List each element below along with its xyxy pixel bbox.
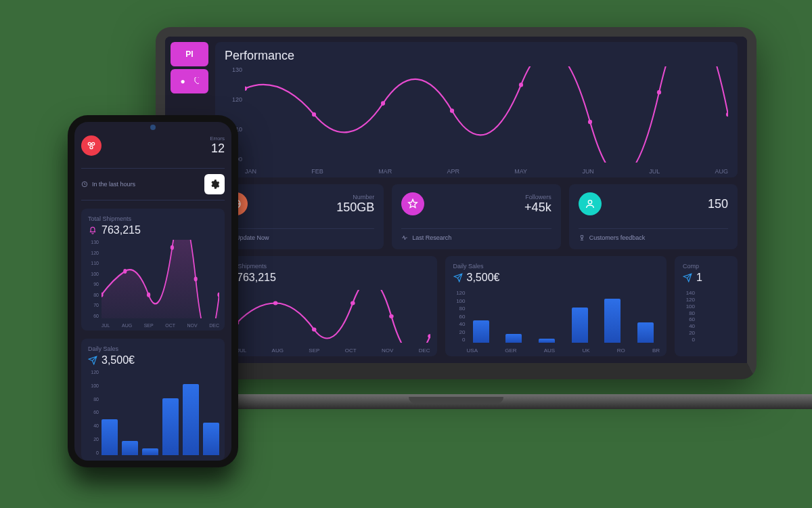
tick: USA — [467, 347, 478, 354]
tick: SEP — [144, 323, 154, 328]
bar — [572, 308, 588, 343]
clock-icon — [81, 181, 88, 188]
tick: 80 — [680, 310, 695, 316]
gear-icon — [209, 179, 220, 190]
svg-point-21 — [123, 269, 127, 274]
phone-sales-card: Daily Sales 3,500€ 120 100 80 60 40 20 0 — [81, 339, 225, 461]
tick: 120 — [225, 96, 242, 103]
phone-shipments-card: Total Shipments 763,215 130 120 110 100 … — [81, 209, 225, 331]
tick: 140 — [680, 290, 695, 296]
card-title: Daily Sales — [453, 263, 659, 270]
tick: 60 — [680, 316, 695, 322]
bell-icon — [88, 226, 97, 235]
sidebar-tab[interactable]: PI — [171, 42, 208, 66]
y-axis: 120 100 80 60 40 20 0 — [87, 370, 99, 455]
tick: 60 — [451, 314, 466, 320]
shipments-chart — [237, 290, 430, 343]
stat-footer[interactable]: Update Now — [225, 228, 374, 241]
tick: 120 — [451, 290, 466, 296]
bar — [183, 384, 199, 455]
user-icon — [579, 192, 602, 215]
tick: OCT — [165, 323, 175, 328]
svg-point-6 — [657, 90, 661, 95]
tick: 110 — [87, 261, 99, 266]
x-axis: JUL AUG SEP OCT NOV DEC — [102, 323, 219, 328]
svg-point-24 — [194, 277, 198, 282]
app-logo-icon[interactable] — [81, 135, 102, 156]
laptop-device: PI ● Performance 130 120 110 100 — [156, 27, 757, 425]
bar — [604, 299, 621, 343]
completed-y-axis: 140 120 100 80 60 40 20 0 — [680, 290, 695, 343]
tick: JUL — [237, 347, 246, 354]
phone-sales-bars — [102, 370, 219, 455]
svg-point-14 — [389, 314, 394, 318]
stat-card-users[interactable]: 150 Customers feedback — [569, 184, 738, 249]
tick: APR — [447, 168, 459, 175]
stat-label: Followers — [524, 194, 551, 200]
tick: 90 — [87, 282, 99, 287]
tick: 80 — [87, 293, 99, 297]
tick: 0 — [451, 337, 466, 343]
tick: AUG — [272, 347, 284, 354]
phone-shipments-chart — [102, 240, 219, 318]
svg-point-1 — [312, 112, 316, 117]
tick: 100 — [87, 272, 99, 276]
svg-point-25 — [217, 293, 219, 297]
stat-footer[interactable]: Customers feedback — [579, 228, 728, 241]
card-value: 763,215 — [237, 272, 276, 284]
tick: 40 — [87, 423, 99, 428]
tick: 40 — [680, 323, 695, 329]
stat-value: 150 — [708, 197, 728, 211]
sidebar-icon-group[interactable]: ● — [171, 69, 208, 93]
send-icon — [453, 273, 463, 282]
svg-point-18 — [90, 146, 93, 149]
tick: BR — [652, 347, 660, 354]
svg-point-11 — [273, 301, 278, 305]
sales-x-axis: USA GER AUS UK RO BR — [467, 347, 660, 354]
card-value: 3,500€ — [467, 272, 500, 284]
send-icon — [683, 273, 692, 282]
svg-point-17 — [92, 142, 95, 145]
dashboard-laptop: PI ● Performance 130 120 110 100 — [165, 37, 747, 363]
stat-card-followers[interactable]: Followers+45k Last Research — [392, 184, 560, 249]
tick: 80 — [87, 397, 99, 402]
svg-point-13 — [351, 301, 355, 305]
tick: AUS — [544, 347, 555, 354]
svg-point-23 — [171, 245, 174, 250]
tick: 20 — [451, 329, 466, 335]
card-value: 1 — [696, 272, 702, 284]
svg-point-7 — [726, 112, 728, 117]
card-title: Comp — [683, 263, 729, 270]
bar — [539, 339, 555, 343]
stat-label: Number — [336, 194, 374, 200]
tick: NOV — [382, 347, 393, 354]
errors-label: Errors — [210, 135, 225, 142]
tick: 80 — [451, 305, 466, 312]
svg-point-12 — [312, 328, 317, 332]
y-axis: 130 120 110 100 90 80 70 60 — [87, 240, 99, 318]
tick: 20 — [680, 330, 695, 336]
last-hours-text: In the last hours — [81, 181, 135, 188]
card-title: Daily Sales — [88, 345, 218, 352]
svg-point-9 — [588, 200, 591, 204]
performance-title: Performance — [225, 49, 728, 63]
completed-card: Comp 1 140 120 100 80 60 40 20 0 — [675, 256, 738, 356]
tick: 60 — [87, 314, 99, 318]
stat-card-number[interactable]: Number150GB Update Now — [215, 184, 384, 249]
settings-button[interactable] — [204, 174, 225, 194]
tick: DEC — [419, 347, 430, 354]
tick: 100 — [680, 303, 695, 310]
performance-card: Performance 130 120 110 100 J — [215, 42, 738, 177]
bar — [122, 441, 138, 455]
stat-footer[interactable]: Last Research — [401, 228, 551, 241]
tick: 120 — [87, 251, 99, 255]
dashboard-phone: Errors 12 In the last hours Total Shipme… — [74, 122, 231, 461]
tick: GER — [505, 347, 516, 354]
tick: AUG — [715, 168, 728, 175]
performance-x-axis: JAN FEB MAR APR MAY JUN JUL AUG — [245, 168, 728, 175]
tick: 0 — [87, 450, 99, 455]
stat-value: +45k — [524, 200, 551, 215]
tick: 120 — [680, 297, 695, 303]
tick: NOV — [187, 323, 197, 328]
svg-point-5 — [588, 120, 592, 125]
